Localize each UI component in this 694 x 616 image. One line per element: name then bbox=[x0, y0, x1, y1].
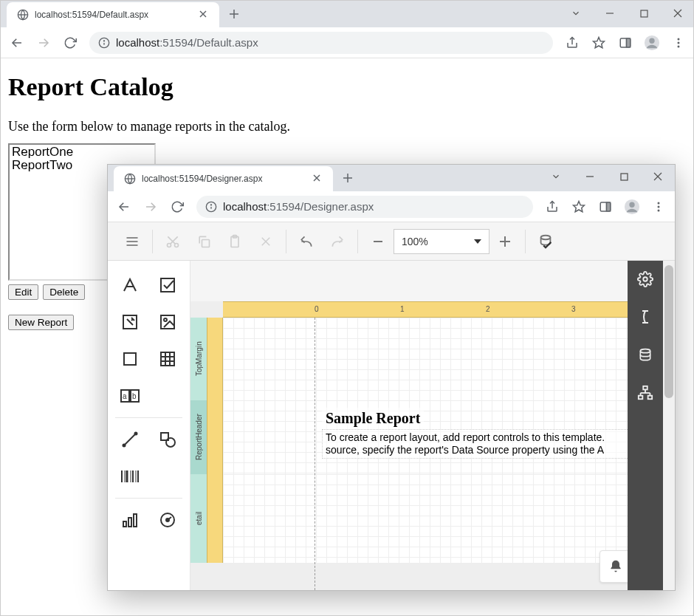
new-tab-button[interactable] bbox=[337, 168, 358, 188]
forward-button[interactable] bbox=[32, 31, 55, 55]
side-panel-icon[interactable] bbox=[594, 195, 617, 219]
delete-x-icon[interactable] bbox=[250, 226, 281, 257]
band-topmargin-area[interactable] bbox=[223, 318, 639, 400]
table-tool-icon[interactable] bbox=[149, 340, 188, 377]
popup-toolbar: localhost:51594/Designer.aspx bbox=[108, 191, 675, 222]
share-icon[interactable] bbox=[560, 31, 584, 55]
close-icon[interactable] bbox=[661, 1, 694, 26]
svg-point-22 bbox=[678, 38, 680, 40]
popup-tab-title: localhost:51594/Designer.aspx bbox=[142, 174, 262, 184]
side-panel-icon[interactable] bbox=[614, 31, 637, 55]
designer-toolbar: 100% bbox=[108, 222, 675, 261]
delete-button[interactable]: Delete bbox=[43, 284, 85, 300]
vertical-ruler bbox=[207, 474, 223, 563]
tab-close-icon[interactable] bbox=[199, 10, 209, 20]
report-title-control[interactable]: Sample Report bbox=[322, 408, 424, 429]
svg-rect-95 bbox=[134, 514, 137, 527]
settings-gear-icon[interactable] bbox=[637, 271, 653, 287]
svg-rect-44 bbox=[607, 202, 611, 211]
list-item[interactable]: ReportOne bbox=[12, 146, 152, 159]
page-heading: Report Catalog bbox=[8, 73, 687, 101]
popup-tab[interactable]: localhost:51594/Designer.aspx bbox=[114, 166, 333, 191]
barcode-tool-icon[interactable] bbox=[111, 458, 149, 495]
scrollbar-thumb[interactable] bbox=[664, 265, 673, 398]
page-intro: Use the form below to manage reports in … bbox=[8, 119, 687, 134]
minimize-icon[interactable] bbox=[593, 1, 627, 26]
svg-rect-94 bbox=[128, 518, 131, 527]
new-tab-button[interactable] bbox=[224, 4, 244, 24]
bookmark-icon[interactable] bbox=[587, 31, 611, 55]
dropdown-caret-icon bbox=[474, 238, 481, 245]
undo-icon[interactable] bbox=[291, 226, 322, 257]
menu-icon[interactable] bbox=[647, 195, 670, 219]
line-tool-icon[interactable] bbox=[111, 421, 149, 458]
checkbox-tool-icon[interactable] bbox=[149, 267, 188, 304]
parent-tab[interactable]: localhost:51594/Default.aspx bbox=[7, 2, 219, 27]
svg-rect-67 bbox=[161, 278, 174, 292]
paste-icon[interactable] bbox=[219, 226, 250, 257]
designer-browser-window: localhost:51594/Designer.aspx localhost:… bbox=[107, 164, 676, 591]
tab-close-icon[interactable] bbox=[312, 174, 323, 184]
back-button[interactable] bbox=[5, 31, 29, 55]
vertical-scrollbar[interactable] bbox=[663, 261, 675, 590]
new-report-button[interactable]: New Report bbox=[8, 315, 74, 330]
svg-rect-69 bbox=[161, 315, 174, 329]
edit-button[interactable]: Edit bbox=[8, 284, 38, 300]
datasource-icon[interactable] bbox=[638, 346, 653, 364]
svg-point-24 bbox=[678, 45, 680, 47]
chevron-down-icon[interactable] bbox=[559, 1, 593, 26]
ruler-tick: 3 bbox=[571, 305, 576, 313]
chevron-down-icon[interactable] bbox=[539, 165, 573, 188]
vertical-ruler bbox=[207, 400, 223, 474]
address-bar[interactable]: localhost:51594/Default.aspx bbox=[89, 32, 553, 54]
back-button[interactable] bbox=[112, 195, 136, 219]
zoom-select[interactable]: 100% bbox=[394, 229, 489, 254]
menu-icon[interactable] bbox=[667, 31, 690, 55]
svg-point-23 bbox=[678, 41, 680, 44]
reload-button[interactable] bbox=[165, 195, 189, 219]
report-text-control[interactable]: To create a report layout, add report co… bbox=[322, 429, 636, 459]
close-icon[interactable] bbox=[641, 165, 675, 188]
band-label-detail[interactable]: etail bbox=[190, 474, 207, 563]
svg-rect-72 bbox=[161, 352, 174, 366]
copy-icon[interactable] bbox=[188, 226, 219, 257]
bookmark-icon[interactable] bbox=[567, 195, 591, 219]
label-tool-icon[interactable] bbox=[111, 267, 149, 304]
svg-point-99 bbox=[643, 277, 647, 281]
url-text: localhost:51594/Designer.aspx bbox=[223, 200, 374, 213]
character-comb-tool-icon[interactable]: ab bbox=[111, 377, 149, 414]
forward-button[interactable] bbox=[139, 195, 162, 219]
gauge-tool-icon[interactable] bbox=[149, 502, 188, 538]
report-explorer-icon[interactable] bbox=[637, 385, 653, 401]
svg-rect-71 bbox=[124, 353, 136, 365]
profile-icon[interactable] bbox=[620, 195, 644, 219]
panel-tool-icon[interactable] bbox=[111, 340, 149, 377]
hamburger-menu-icon[interactable] bbox=[117, 226, 148, 257]
band-label-topmargin[interactable]: TopMargin bbox=[190, 318, 207, 400]
maximize-icon[interactable] bbox=[607, 165, 641, 188]
maximize-icon[interactable] bbox=[627, 1, 661, 26]
zoom-value: 100% bbox=[402, 236, 428, 247]
redo-icon[interactable] bbox=[322, 226, 353, 257]
minimize-icon[interactable] bbox=[573, 165, 607, 188]
validate-icon[interactable] bbox=[530, 226, 561, 257]
profile-icon[interactable] bbox=[640, 31, 664, 55]
svg-marker-16 bbox=[594, 37, 605, 47]
share-icon[interactable] bbox=[540, 195, 564, 219]
picture-tool-icon[interactable] bbox=[149, 304, 188, 340]
chart-tool-icon[interactable] bbox=[111, 502, 149, 538]
parent-toolbar: localhost:51594/Default.aspx bbox=[1, 27, 694, 58]
report-canvas[interactable]: 0 1 2 3 TopMargin ReportHeader etail bbox=[190, 261, 639, 590]
zoom-out-icon[interactable] bbox=[363, 226, 394, 257]
zoom-in-icon[interactable] bbox=[489, 226, 520, 257]
band-label-reportheader[interactable]: ReportHeader bbox=[190, 400, 207, 474]
richtext-tool-icon[interactable] bbox=[111, 304, 149, 340]
address-bar[interactable]: localhost:51594/Designer.aspx bbox=[196, 196, 533, 218]
expressions-icon[interactable] bbox=[638, 308, 653, 326]
reload-button[interactable] bbox=[58, 31, 82, 55]
svg-point-70 bbox=[164, 318, 167, 321]
svg-point-46 bbox=[629, 202, 634, 207]
band-detail-area[interactable] bbox=[223, 474, 639, 563]
shape-tool-icon[interactable] bbox=[149, 421, 188, 458]
cut-icon[interactable] bbox=[157, 226, 188, 257]
